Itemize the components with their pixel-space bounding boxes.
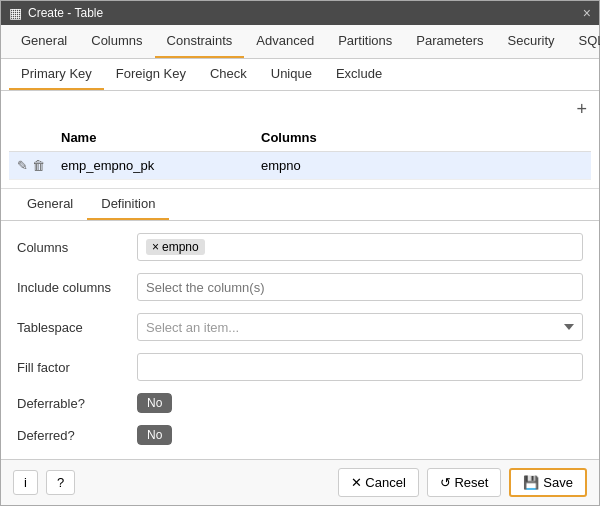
tag-value: empno bbox=[162, 240, 199, 254]
columns-tag-input[interactable]: × empno bbox=[137, 233, 583, 261]
tablespace-label: Tablespace bbox=[17, 320, 137, 335]
subtab-primary-key[interactable]: Primary Key bbox=[9, 59, 104, 90]
include-columns-label: Include columns bbox=[17, 280, 137, 295]
save-label: Save bbox=[543, 475, 573, 490]
subtab-check[interactable]: Check bbox=[198, 59, 259, 90]
main-tabs: General Columns Constraints Advanced Par… bbox=[1, 25, 599, 59]
include-columns-control bbox=[137, 273, 583, 301]
constraints-table-section: + Name Columns ✎ 🗑 bbox=[1, 91, 599, 189]
fill-factor-input[interactable] bbox=[137, 353, 583, 381]
cancel-button[interactable]: ✕ Cancel bbox=[338, 468, 419, 497]
form-row-deferred: Deferred? No bbox=[17, 425, 583, 445]
tab-partitions[interactable]: Partitions bbox=[326, 25, 404, 58]
content-area: + Name Columns ✎ 🗑 bbox=[1, 91, 599, 459]
subtab-unique[interactable]: Unique bbox=[259, 59, 324, 90]
tab-general[interactable]: General bbox=[9, 25, 79, 58]
form-row-columns: Columns × empno bbox=[17, 233, 583, 261]
footer-right: ✕ Cancel ↺ Reset 💾 Save bbox=[338, 468, 587, 497]
info-button[interactable]: i bbox=[13, 470, 38, 495]
detail-section: General Definition Columns × empno bbox=[1, 189, 599, 459]
delete-icon[interactable]: 🗑 bbox=[32, 158, 45, 173]
columns-control: × empno bbox=[137, 233, 583, 261]
fill-factor-label: Fill factor bbox=[17, 360, 137, 375]
table-row[interactable]: ✎ 🗑 emp_empno_pk empno bbox=[9, 152, 591, 180]
deferrable-control: No bbox=[137, 393, 583, 413]
save-button[interactable]: 💾 Save bbox=[509, 468, 587, 497]
footer-left: i ? bbox=[13, 470, 75, 495]
detail-tab-definition[interactable]: Definition bbox=[87, 189, 169, 220]
tab-constraints[interactable]: Constraints bbox=[155, 25, 245, 58]
tag-remove[interactable]: × bbox=[152, 240, 159, 254]
fill-factor-control bbox=[137, 353, 583, 381]
add-constraint-button[interactable]: + bbox=[572, 99, 591, 120]
form-area: Columns × empno Include columns bbox=[1, 221, 599, 459]
tab-columns[interactable]: Columns bbox=[79, 25, 154, 58]
deferred-no-option[interactable]: No bbox=[137, 425, 172, 445]
subtab-foreign-key[interactable]: Foreign Key bbox=[104, 59, 198, 90]
edit-icon[interactable]: ✎ bbox=[17, 158, 28, 173]
form-row-tablespace: Tablespace Select an item... bbox=[17, 313, 583, 341]
deferrable-no-option[interactable]: No bbox=[137, 393, 172, 413]
form-row-fill-factor: Fill factor bbox=[17, 353, 583, 381]
create-table-window: ▦ Create - Table × General Columns Const… bbox=[0, 0, 600, 506]
deferred-control: No bbox=[137, 425, 583, 445]
deferred-toggle[interactable]: No bbox=[137, 425, 172, 445]
row-icons: ✎ 🗑 bbox=[9, 152, 53, 180]
include-columns-input[interactable] bbox=[137, 273, 583, 301]
table-icon: ▦ bbox=[9, 5, 22, 21]
col-actions-header bbox=[9, 124, 53, 152]
tablespace-control: Select an item... bbox=[137, 313, 583, 341]
window-title: Create - Table bbox=[28, 6, 577, 20]
tab-security[interactable]: Security bbox=[496, 25, 567, 58]
save-icon: 💾 bbox=[523, 475, 539, 490]
title-bar: ▦ Create - Table × bbox=[1, 1, 599, 25]
row-columns: empno bbox=[253, 152, 591, 180]
close-button[interactable]: × bbox=[583, 5, 591, 21]
help-button[interactable]: ? bbox=[46, 470, 75, 495]
form-row-include-columns: Include columns bbox=[17, 273, 583, 301]
deferrable-toggle[interactable]: No bbox=[137, 393, 172, 413]
table-header-row: + bbox=[9, 99, 591, 120]
footer: i ? ✕ Cancel ↺ Reset 💾 Save bbox=[1, 459, 599, 505]
tab-parameters[interactable]: Parameters bbox=[404, 25, 495, 58]
tab-advanced[interactable]: Advanced bbox=[244, 25, 326, 58]
tab-sql[interactable]: SQL bbox=[567, 25, 601, 58]
subtab-exclude[interactable]: Exclude bbox=[324, 59, 394, 90]
detail-tab-general[interactable]: General bbox=[13, 189, 87, 220]
form-row-deferrable: Deferrable? No bbox=[17, 393, 583, 413]
deferred-label: Deferred? bbox=[17, 428, 137, 443]
col-name-header: Name bbox=[53, 124, 253, 152]
sub-tabs: Primary Key Foreign Key Check Unique Exc… bbox=[1, 59, 599, 91]
col-columns-header: Columns bbox=[253, 124, 591, 152]
detail-tabs: General Definition bbox=[1, 189, 599, 221]
columns-label: Columns bbox=[17, 240, 137, 255]
constraints-table: Name Columns ✎ 🗑 emp_empno_pk empno bbox=[9, 124, 591, 180]
empno-tag: × empno bbox=[146, 239, 205, 255]
tablespace-select[interactable]: Select an item... bbox=[137, 313, 583, 341]
row-name: emp_empno_pk bbox=[53, 152, 253, 180]
reset-button[interactable]: ↺ Reset bbox=[427, 468, 502, 497]
deferrable-label: Deferrable? bbox=[17, 396, 137, 411]
